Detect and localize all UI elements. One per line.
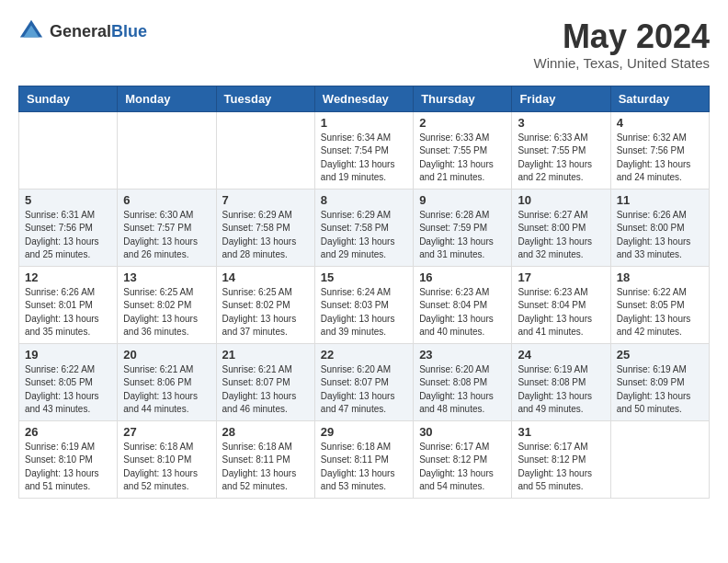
- calendar-week-row: 19Sunrise: 6:22 AM Sunset: 8:05 PM Dayli…: [19, 343, 710, 420]
- day-info: Sunrise: 6:21 AM Sunset: 8:07 PM Dayligh…: [222, 363, 309, 417]
- day-info: Sunrise: 6:34 AM Sunset: 7:54 PM Dayligh…: [321, 132, 407, 185]
- calendar-cell: 5Sunrise: 6:31 AM Sunset: 7:56 PM Daylig…: [19, 189, 118, 266]
- day-info: Sunrise: 6:22 AM Sunset: 8:05 PM Dayligh…: [25, 363, 111, 417]
- calendar-week-row: 5Sunrise: 6:31 AM Sunset: 7:56 PM Daylig…: [19, 189, 710, 266]
- day-info: Sunrise: 6:29 AM Sunset: 7:58 PM Dayligh…: [321, 209, 407, 262]
- calendar-cell: 4Sunrise: 6:32 AM Sunset: 7:56 PM Daylig…: [610, 111, 709, 189]
- page-header: GeneralBlue May 2024 Winnie, Texas, Unit…: [18, 18, 710, 71]
- day-number: 27: [123, 425, 210, 439]
- calendar-cell: 30Sunrise: 6:17 AM Sunset: 8:12 PM Dayli…: [414, 420, 512, 498]
- calendar-cell: 31Sunrise: 6:17 AM Sunset: 8:12 PM Dayli…: [512, 420, 610, 498]
- title-section: May 2024 Winnie, Texas, United States: [534, 18, 710, 71]
- day-number: 30: [419, 425, 506, 439]
- day-number: 26: [25, 425, 111, 439]
- day-number: 16: [419, 270, 506, 284]
- calendar-header-saturday: Saturday: [610, 86, 709, 111]
- calendar-cell: 3Sunrise: 6:33 AM Sunset: 7:55 PM Daylig…: [512, 111, 610, 189]
- day-info: Sunrise: 6:19 AM Sunset: 8:10 PM Dayligh…: [25, 441, 111, 494]
- calendar-cell: 14Sunrise: 6:25 AM Sunset: 8:02 PM Dayli…: [216, 266, 314, 343]
- day-info: Sunrise: 6:17 AM Sunset: 8:12 PM Dayligh…: [419, 441, 506, 494]
- day-number: 2: [419, 116, 506, 130]
- day-info: Sunrise: 6:25 AM Sunset: 8:02 PM Dayligh…: [222, 286, 309, 339]
- day-number: 3: [518, 116, 604, 130]
- calendar-cell: 18Sunrise: 6:22 AM Sunset: 8:05 PM Dayli…: [610, 266, 709, 343]
- calendar-week-row: 26Sunrise: 6:19 AM Sunset: 8:10 PM Dayli…: [19, 420, 710, 498]
- day-info: Sunrise: 6:33 AM Sunset: 7:55 PM Dayligh…: [518, 132, 604, 185]
- day-info: Sunrise: 6:22 AM Sunset: 8:05 PM Dayligh…: [617, 286, 703, 339]
- calendar-week-row: 1Sunrise: 6:34 AM Sunset: 7:54 PM Daylig…: [19, 111, 710, 189]
- day-number: 18: [617, 270, 703, 284]
- day-info: Sunrise: 6:20 AM Sunset: 8:08 PM Dayligh…: [419, 363, 506, 417]
- calendar-header-friday: Friday: [512, 86, 610, 111]
- calendar-cell: 27Sunrise: 6:18 AM Sunset: 8:10 PM Dayli…: [118, 420, 216, 498]
- day-info: Sunrise: 6:28 AM Sunset: 7:59 PM Dayligh…: [419, 209, 506, 262]
- day-number: 28: [222, 425, 309, 439]
- calendar-cell: 16Sunrise: 6:23 AM Sunset: 8:04 PM Dayli…: [414, 266, 512, 343]
- logo: GeneralBlue: [18, 18, 147, 44]
- day-info: Sunrise: 6:17 AM Sunset: 8:12 PM Dayligh…: [518, 441, 604, 494]
- day-number: 10: [518, 193, 604, 207]
- calendar-header-thursday: Thursday: [414, 86, 512, 111]
- day-number: 20: [123, 348, 210, 362]
- calendar-cell: 19Sunrise: 6:22 AM Sunset: 8:05 PM Dayli…: [19, 343, 118, 420]
- day-info: Sunrise: 6:31 AM Sunset: 7:56 PM Dayligh…: [25, 209, 111, 262]
- calendar-header-monday: Monday: [118, 86, 216, 111]
- day-info: Sunrise: 6:19 AM Sunset: 8:09 PM Dayligh…: [617, 363, 703, 417]
- day-number: 12: [25, 270, 111, 284]
- calendar-week-row: 12Sunrise: 6:26 AM Sunset: 8:01 PM Dayli…: [19, 266, 710, 343]
- calendar-header-sunday: Sunday: [19, 86, 118, 111]
- day-number: 17: [518, 270, 604, 284]
- calendar-cell: [19, 111, 118, 189]
- day-info: Sunrise: 6:18 AM Sunset: 8:11 PM Dayligh…: [222, 441, 309, 494]
- calendar-cell: 6Sunrise: 6:30 AM Sunset: 7:57 PM Daylig…: [118, 189, 216, 266]
- day-number: 24: [518, 348, 604, 362]
- day-info: Sunrise: 6:25 AM Sunset: 8:02 PM Dayligh…: [123, 286, 210, 339]
- calendar-cell: 17Sunrise: 6:23 AM Sunset: 8:04 PM Dayli…: [512, 266, 610, 343]
- logo-icon: [18, 18, 44, 44]
- day-number: 14: [222, 270, 309, 284]
- day-info: Sunrise: 6:32 AM Sunset: 7:56 PM Dayligh…: [617, 132, 703, 185]
- day-info: Sunrise: 6:18 AM Sunset: 8:10 PM Dayligh…: [123, 441, 210, 494]
- calendar-cell: 12Sunrise: 6:26 AM Sunset: 8:01 PM Dayli…: [19, 266, 118, 343]
- day-number: 19: [25, 348, 111, 362]
- logo-text-blue: Blue: [111, 22, 147, 40]
- calendar-header-tuesday: Tuesday: [216, 86, 314, 111]
- day-info: Sunrise: 6:23 AM Sunset: 8:04 PM Dayligh…: [518, 286, 604, 339]
- day-info: Sunrise: 6:18 AM Sunset: 8:11 PM Dayligh…: [321, 441, 407, 494]
- calendar-cell: 8Sunrise: 6:29 AM Sunset: 7:58 PM Daylig…: [314, 189, 413, 266]
- day-number: 21: [222, 348, 309, 362]
- calendar-cell: 10Sunrise: 6:27 AM Sunset: 8:00 PM Dayli…: [512, 189, 610, 266]
- day-number: 8: [321, 193, 407, 207]
- day-info: Sunrise: 6:27 AM Sunset: 8:00 PM Dayligh…: [518, 209, 604, 262]
- calendar-cell: 20Sunrise: 6:21 AM Sunset: 8:06 PM Dayli…: [118, 343, 216, 420]
- day-info: Sunrise: 6:24 AM Sunset: 8:03 PM Dayligh…: [321, 286, 407, 339]
- day-number: 7: [222, 193, 309, 207]
- day-number: 22: [321, 348, 407, 362]
- calendar-cell: [610, 420, 709, 498]
- location-subtitle: Winnie, Texas, United States: [534, 55, 710, 71]
- logo-text-general: General: [50, 22, 111, 40]
- day-number: 25: [617, 348, 703, 362]
- day-info: Sunrise: 6:19 AM Sunset: 8:08 PM Dayligh…: [518, 363, 604, 417]
- calendar-header-wednesday: Wednesday: [314, 86, 413, 111]
- calendar-cell: 7Sunrise: 6:29 AM Sunset: 7:58 PM Daylig…: [216, 189, 314, 266]
- calendar-cell: 11Sunrise: 6:26 AM Sunset: 8:00 PM Dayli…: [610, 189, 709, 266]
- calendar-cell: 13Sunrise: 6:25 AM Sunset: 8:02 PM Dayli…: [118, 266, 216, 343]
- day-number: 11: [617, 193, 703, 207]
- day-info: Sunrise: 6:21 AM Sunset: 8:06 PM Dayligh…: [123, 363, 210, 417]
- day-info: Sunrise: 6:20 AM Sunset: 8:07 PM Dayligh…: [321, 363, 407, 417]
- day-number: 15: [321, 270, 407, 284]
- calendar-cell: 9Sunrise: 6:28 AM Sunset: 7:59 PM Daylig…: [414, 189, 512, 266]
- day-info: Sunrise: 6:26 AM Sunset: 8:01 PM Dayligh…: [25, 286, 111, 339]
- day-number: 13: [123, 270, 210, 284]
- day-number: 1: [321, 116, 407, 130]
- day-number: 6: [123, 193, 210, 207]
- calendar-cell: 21Sunrise: 6:21 AM Sunset: 8:07 PM Dayli…: [216, 343, 314, 420]
- calendar-cell: 22Sunrise: 6:20 AM Sunset: 8:07 PM Dayli…: [314, 343, 413, 420]
- calendar-cell: 25Sunrise: 6:19 AM Sunset: 8:09 PM Dayli…: [610, 343, 709, 420]
- calendar-cell: 15Sunrise: 6:24 AM Sunset: 8:03 PM Dayli…: [314, 266, 413, 343]
- day-info: Sunrise: 6:33 AM Sunset: 7:55 PM Dayligh…: [419, 132, 506, 185]
- calendar-cell: 26Sunrise: 6:19 AM Sunset: 8:10 PM Dayli…: [19, 420, 118, 498]
- calendar-cell: [118, 111, 216, 189]
- day-info: Sunrise: 6:26 AM Sunset: 8:00 PM Dayligh…: [617, 209, 703, 262]
